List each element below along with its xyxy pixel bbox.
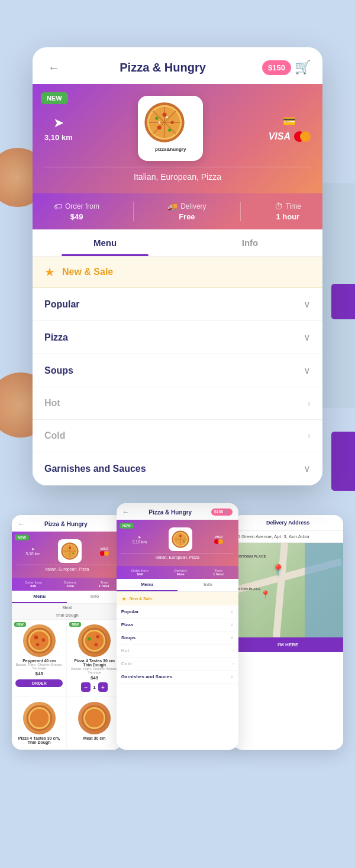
- mini-pizza-svg: [61, 542, 79, 560]
- mini-pizza-name-4: Meat 30 cm: [70, 736, 118, 740]
- category-hot[interactable]: Hot ›: [33, 387, 322, 420]
- hero-content: ➤ 3,10 km: [44, 96, 311, 161]
- mini-subtitle-center: Italian, European, Pizza: [121, 553, 234, 561]
- new-sale-row[interactable]: ★ New & Sale: [33, 257, 322, 288]
- cart-badge[interactable]: $150 🛒: [262, 60, 311, 75]
- mini-delivery-address: 5 Green Avenue, Apt. 3, Ann Arbor: [233, 531, 343, 543]
- star-icon: ★: [44, 265, 55, 279]
- mini-category-cold-c[interactable]: Cold ›: [117, 658, 238, 671]
- svg-point-9: [155, 116, 158, 119]
- mini-info-row-left: Order from $49 Delivery Free Time 1 hour: [12, 578, 122, 591]
- mini-back-btn[interactable]: ←: [18, 520, 25, 528]
- chevron-right-icon-2: ›: [308, 430, 311, 441]
- mini-pizza-name-2: Pizza 4 Tastes 30 cm Thin Dough: [70, 659, 118, 667]
- svg-point-30: [88, 637, 91, 641]
- category-popular[interactable]: Popular ∨: [33, 288, 322, 321]
- divider-1: [133, 202, 134, 221]
- mini-tab-info-c[interactable]: Info: [178, 579, 238, 591]
- svg-point-18: [69, 547, 71, 549]
- mini-chevron-garnishes-c: ∨: [230, 674, 234, 679]
- mini-order-btn-1[interactable]: ORDER: [15, 679, 63, 687]
- mini-qty-minus[interactable]: −: [81, 682, 91, 692]
- visa-icon: VISA: [269, 131, 291, 142]
- mini-hero-center: NEW ➤3,10 km VISA Italian, European, Piz…: [117, 520, 238, 566]
- mini-hero-content-left: ➤3,10 km VISA: [17, 536, 118, 563]
- mini-pizza-item-2: NEW Pizza 4 Tastes 30 cm Thin Dough Baco…: [67, 620, 122, 697]
- mini-category-garnishes-c[interactable]: Garnishes and Sauces ∨: [117, 671, 238, 684]
- category-pizza-name: Pizza: [44, 332, 68, 343]
- hero-payment-section: 💳 VISA: [269, 115, 311, 142]
- bg-accent-bar-1: [331, 284, 355, 319]
- mini-qty-plus[interactable]: +: [98, 682, 108, 692]
- tag-icon: 🏷: [54, 202, 62, 211]
- order-value: $49: [70, 212, 83, 221]
- mini-logo-left: [58, 539, 82, 563]
- mini-category-pizza-c[interactable]: Pizza ∨: [117, 618, 238, 631]
- category-soups-name: Soups: [44, 365, 73, 376]
- mini-category-popular-c[interactable]: Popular ∨: [117, 605, 238, 618]
- mini-chevron-pizza-c: ∨: [230, 622, 234, 627]
- mini-tab-menu[interactable]: Menu: [12, 591, 67, 603]
- im-here-button[interactable]: I'M HERE: [233, 637, 343, 652]
- delivery-value: Free: [179, 212, 195, 221]
- time-value: 1 hour: [276, 212, 299, 221]
- mini-cat-soups-c: Soups: [121, 635, 135, 640]
- mini-pizza-desc-2: Bacon, Ham, Chicken Breast, Sausage: [70, 667, 118, 674]
- cart-icon: 🛒: [295, 60, 311, 75]
- mini-chevron-hot-c: ›: [233, 648, 234, 653]
- mini-title-center: Pizza & Hungry: [130, 509, 211, 516]
- category-garnishes-name: Garnishes and Sauces: [44, 464, 146, 474]
- mini-new-badge-left: NEW: [15, 535, 29, 540]
- svg-point-7: [171, 121, 174, 124]
- chevron-right-icon: ›: [308, 398, 311, 409]
- svg-point-32: [95, 643, 98, 646]
- mini-tab-info[interactable]: Info: [67, 591, 122, 603]
- mini-order-info: Order from $49: [25, 581, 42, 588]
- mini-cat-pizza-c: Pizza: [121, 622, 133, 627]
- mini-qty-control: − 1 +: [70, 682, 118, 692]
- mini-time-info: Time 1 hour: [99, 581, 109, 588]
- tab-info[interactable]: Info: [178, 229, 322, 256]
- mini-subtitle-left: Italian, European, Pizza: [17, 565, 118, 573]
- mini-hero-left: NEW ➤3,10 km VISA: [12, 532, 122, 578]
- bg-accent-bar-2: [331, 432, 355, 491]
- tab-menu[interactable]: Menu: [33, 229, 178, 256]
- mini-item-new-badge-1: NEW: [14, 622, 26, 627]
- mini-chevron-popular-c: ∨: [230, 609, 234, 614]
- mini-pizza-price-2: $49: [70, 675, 118, 681]
- mini-time-value-c: 1 hour: [213, 572, 224, 576]
- chevron-down-icon-3: ∨: [304, 365, 311, 376]
- delivery-label-row: 🚚 Delivery: [167, 202, 206, 211]
- mini-category-soups-c[interactable]: Soups ∨: [117, 631, 238, 644]
- mini-pizza-img-3: [23, 702, 56, 734]
- category-garnishes[interactable]: Garnishes and Sauces ∨: [33, 452, 322, 485]
- mini-item-new-badge-2: NEW: [69, 622, 81, 627]
- mastercard-icon: [294, 131, 311, 142]
- mini-new-sale-c[interactable]: ★ New & Sale: [117, 592, 238, 605]
- chevron-down-icon: ∨: [304, 299, 311, 310]
- pizza-svg: [144, 102, 185, 143]
- category-soups[interactable]: Soups ∨: [33, 354, 322, 387]
- svg-point-6: [163, 112, 167, 116]
- mini-pizza-name-1: Pepperoni 40 cm: [15, 659, 63, 663]
- mini-distance-left: ➤3,10 km: [25, 547, 40, 556]
- hero-distance: 3,10 km: [44, 133, 73, 142]
- svg-point-10: [168, 129, 171, 132]
- category-cold[interactable]: Cold ›: [33, 420, 322, 452]
- mini-map-pin-1: 📍: [272, 563, 285, 576]
- svg-point-22: [30, 631, 49, 650]
- mini-cart-badge-center[interactable]: $150 🛒: [211, 509, 233, 516]
- info-row: 🏷 Order from $49 🚚 Delivery Free ⏱ Time …: [33, 193, 322, 229]
- mini-map-road-2: [273, 543, 288, 637]
- svg-point-43: [179, 535, 182, 537]
- mini-tab-menu-c[interactable]: Menu: [117, 579, 178, 591]
- mini-card-right: Delivery Address 5 Green Avenue, Apt. 3,…: [233, 515, 343, 750]
- back-button[interactable]: ←: [44, 58, 63, 77]
- mini-category-hot-c[interactable]: Hot ›: [117, 644, 238, 658]
- category-pizza[interactable]: Pizza ∨: [33, 321, 322, 354]
- svg-point-8: [157, 125, 162, 129]
- new-sale-label: New & Sale: [62, 267, 113, 277]
- mini-back-btn-center[interactable]: ←: [122, 508, 130, 516]
- mini-pizza-item-3: Pizza 4 Tastes 30 cm, Thin Dough: [12, 697, 67, 750]
- mini-delivery-info-c: Delivery Free: [174, 569, 187, 576]
